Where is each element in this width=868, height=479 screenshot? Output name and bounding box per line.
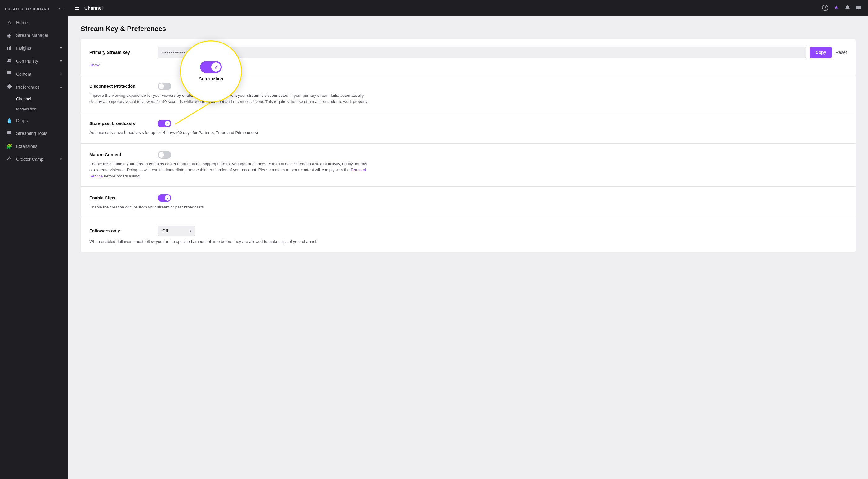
sidebar-sub-item-label: Channel	[16, 96, 31, 101]
setting-label: Store past broadcasts	[89, 121, 151, 126]
sidebar-item-home[interactable]: ⌂ Home	[1, 17, 67, 29]
setting-label: Enable Clips	[89, 196, 151, 201]
svg-point-4	[10, 59, 11, 60]
chevron-down-icon: ▾	[60, 46, 62, 50]
svg-rect-1	[9, 47, 10, 50]
setting-description: When enabled, followers must follow you …	[89, 239, 369, 245]
sidebar-sub-item-moderation[interactable]: Moderation	[1, 104, 67, 114]
toggle-knob	[158, 84, 164, 89]
sidebar-item-streaming-tools[interactable]: Streaming Tools	[1, 127, 67, 140]
toggle-knob	[158, 152, 164, 158]
magic-button[interactable]	[833, 5, 839, 11]
main-content: ☰ Channel ? Stream Key & Preferences Pri…	[68, 0, 868, 479]
sidebar-item-label: Content	[16, 72, 31, 77]
setting-row-top: Store past broadcasts ✓	[89, 120, 847, 127]
page-content: Stream Key & Preferences Primary Stream …	[68, 16, 868, 479]
toggle-knob: ✓	[165, 195, 170, 201]
sidebar-collapse-button[interactable]: ←	[58, 6, 63, 12]
setting-mature-content: Mature Content Enable this setting if yo…	[81, 144, 856, 187]
help-button[interactable]: ?	[822, 5, 828, 11]
setting-label: Primary Stream key	[89, 50, 151, 55]
external-link-icon: ↗	[59, 157, 62, 161]
sidebar-item-creator-camp[interactable]: Creator Camp ↗	[1, 153, 67, 166]
setting-description: Enable this setting if your stream conta…	[89, 161, 369, 179]
page-title: Stream Key & Preferences	[81, 25, 856, 33]
setting-description: Automatically save broadcasts for up to …	[89, 130, 369, 136]
sidebar-header: Creator Dashboard ←	[0, 0, 68, 17]
store-past-broadcasts-toggle[interactable]: ✓	[158, 120, 171, 127]
svg-rect-5	[7, 71, 11, 74]
mature-content-toggle[interactable]	[158, 151, 171, 158]
sidebar-item-label: Community	[16, 59, 38, 64]
sidebar-item-extensions[interactable]: 🧩 Extensions	[1, 140, 67, 152]
sidebar-item-label: Home	[16, 20, 28, 25]
sidebar-item-label: Extensions	[16, 144, 37, 149]
stream-manager-icon: ◉	[6, 32, 12, 38]
setting-store-past-broadcasts: Store past broadcasts ✓ Automatically sa…	[81, 112, 856, 144]
svg-point-3	[8, 59, 10, 60]
sidebar-header-title: Creator Dashboard	[5, 7, 49, 11]
sidebar-item-community[interactable]: Community ▾	[1, 55, 67, 67]
streaming-tools-icon	[6, 130, 12, 137]
stream-key-row: Copy Reset	[158, 47, 847, 58]
tos-link[interactable]: Terms of Service	[89, 168, 366, 178]
topbar: ☰ Channel ?	[68, 0, 868, 16]
setting-row-top: Enable Clips ✓	[89, 194, 847, 202]
sidebar-item-label: Drops	[16, 118, 28, 123]
copy-button[interactable]: Copy	[810, 47, 832, 58]
stream-key-input[interactable]	[158, 47, 806, 58]
sidebar-item-label: Insights	[16, 46, 31, 51]
setting-enable-clips: Enable Clips ✓ Enable the creation of cl…	[81, 187, 856, 218]
sidebar-sub-item-channel[interactable]: Channel	[1, 94, 67, 103]
sidebar-item-label: Creator Camp	[16, 157, 43, 161]
sidebar-sub-item-label: Moderation	[16, 107, 36, 111]
setting-row-top: Primary Stream key Copy Reset	[89, 47, 847, 58]
sidebar-item-content[interactable]: Content ▾	[1, 68, 67, 80]
preferences-icon	[6, 84, 12, 90]
toggle-knob: ✓	[165, 121, 170, 126]
topbar-icons: ?	[822, 5, 862, 11]
sidebar-item-label: Preferences	[16, 85, 39, 90]
setting-row-top: Disconnect Protection	[89, 83, 847, 90]
svg-text:?: ?	[824, 6, 827, 10]
followers-only-select[interactable]: Off 10 minutes 30 minutes 1 hour 1 day 1…	[158, 226, 195, 236]
chat-button[interactable]	[856, 5, 862, 11]
sidebar-item-label: Stream Manager	[16, 33, 49, 38]
chevron-up-icon: ▴	[60, 85, 62, 89]
setting-row-top: Followers-only Off 10 minutes 30 minutes…	[89, 226, 847, 236]
topbar-title: Channel	[84, 5, 103, 10]
hamburger-button[interactable]: ☰	[74, 4, 80, 11]
sidebar-item-preferences[interactable]: Preferences ▴	[1, 81, 67, 93]
setting-label: Disconnect Protection	[89, 84, 151, 89]
home-icon: ⌂	[6, 20, 12, 25]
extensions-icon: 🧩	[6, 143, 12, 149]
setting-label: Followers-only	[89, 228, 151, 233]
setting-label: Mature Content	[89, 152, 151, 157]
chevron-down-icon: ▾	[60, 72, 62, 76]
svg-rect-8	[8, 132, 8, 133]
enable-clips-toggle[interactable]: ✓	[158, 194, 171, 202]
sidebar-item-stream-manager[interactable]: ◉ Stream Manager	[1, 29, 67, 41]
setting-primary-stream-key: Primary Stream key Copy Reset Show	[81, 39, 856, 75]
disconnect-protection-toggle[interactable]	[158, 83, 171, 90]
setting-followers-only: Followers-only Off 10 minutes 30 minutes…	[81, 218, 856, 252]
creator-camp-icon	[6, 156, 12, 162]
toggle-check-icon: ✓	[166, 122, 169, 125]
setting-row-top: Mature Content	[89, 151, 847, 158]
svg-point-7	[9, 132, 10, 133]
reset-button[interactable]: Reset	[835, 50, 847, 55]
community-icon	[6, 58, 12, 64]
content-icon	[6, 71, 12, 77]
setting-disconnect-protection: Disconnect Protection Improve the viewin…	[81, 75, 856, 112]
svg-rect-9	[10, 132, 11, 133]
svg-rect-0	[7, 48, 8, 50]
notifications-button[interactable]	[844, 5, 850, 11]
sidebar-item-label: Streaming Tools	[16, 131, 47, 136]
chevron-down-icon: ▾	[60, 59, 62, 63]
sidebar: Creator Dashboard ← ⌂ Home ◉ Stream Mana…	[0, 0, 68, 479]
setting-description: Enable the creation of clips from your s…	[89, 204, 369, 210]
sidebar-item-insights[interactable]: Insights ▾	[1, 42, 67, 54]
sidebar-item-drops[interactable]: 💧 Drops	[1, 115, 67, 126]
settings-card: Primary Stream key Copy Reset Show Disco…	[81, 39, 856, 252]
show-key-button[interactable]: Show	[89, 63, 847, 67]
